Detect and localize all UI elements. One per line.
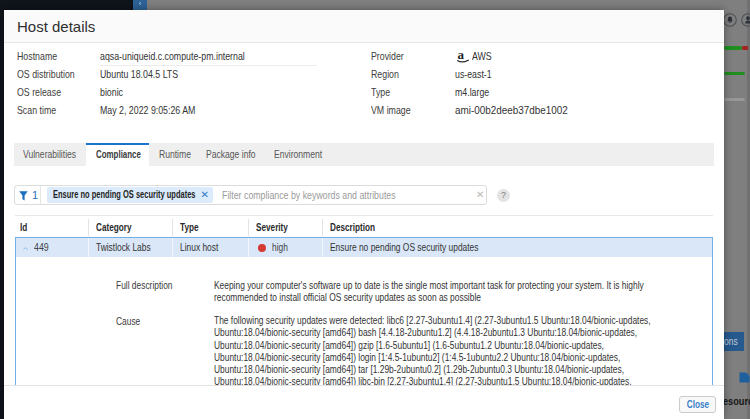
svg-text:a: a [458,48,465,62]
